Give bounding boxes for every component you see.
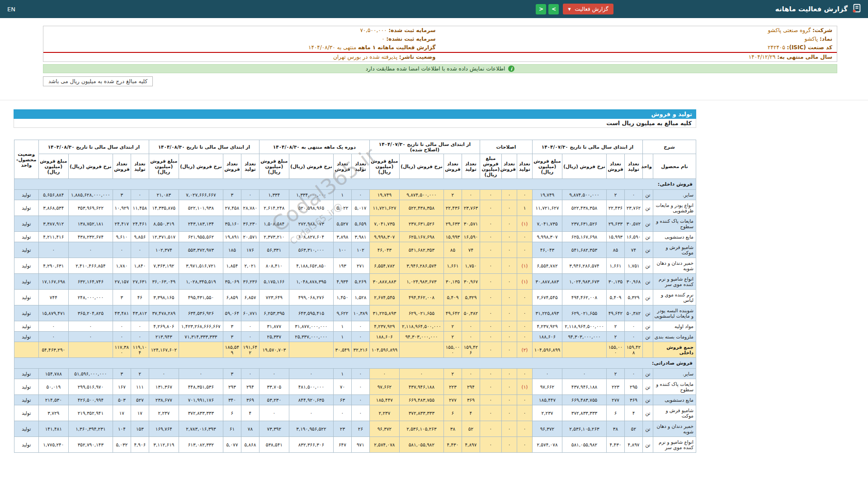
unit-cell: تن (643, 332, 653, 342)
value-cell: ۱ (333, 332, 351, 342)
value-cell: ۰ (532, 369, 562, 379)
value-cell: ۳۰,۸۸۷,۸۸۳ (532, 274, 562, 290)
value-cell: ۶۳ (333, 395, 351, 405)
value-cell: ۱۳۸,۷۵۲,۱۸۱ (68, 216, 113, 232)
value-cell: ۰ (480, 200, 501, 216)
value-cell: ۷,۰۴۱,۷۳۵ (532, 216, 562, 232)
value-cell: ۱,۷۷۵,۲۴۰ (38, 437, 68, 453)
product-name: خمیر دندان و دهان شویه (653, 258, 696, 274)
value-cell: ۲ (607, 190, 625, 200)
unit-cell: تن (643, 258, 653, 274)
value-cell: ۱,۵۲۸ (351, 290, 369, 305)
company-info-panel: شرکت: گروه صنعتی پاکشو سرمایه ثبت شده: ۷… (43, 26, 837, 62)
value-cell: ۲ (443, 321, 462, 332)
value-cell: ۰ (501, 258, 517, 274)
value-cell: ۰ (351, 332, 369, 342)
value-cell: ۶۲۹,۰۲۱,۶۵۵ (399, 305, 443, 321)
sub-column-header: نام محصول (653, 154, 696, 179)
value-cell: ۲,۱۱۸,۹۶۴,۵۰۰,۰۰۰ (399, 321, 443, 332)
unit-cell: تن (643, 369, 653, 379)
unregistered-capital-field: سرمایه ثبت نشده: ۰ (43, 35, 440, 43)
value-cell: ۱,۳۳۴ (259, 190, 289, 200)
value-cell: ۶۶۹,۴۸۳,۷۵۵ (562, 395, 607, 405)
value-cell: ۳۰,۵۷۱ (462, 216, 480, 232)
info-row: کد صنعت (ISIC): ۲۴۲۴۰۵ گزارش فعالیت ماها… (43, 43, 837, 52)
status-cell: تولید (14, 395, 38, 405)
value-cell: ۱,۳۳۴,۰۰۰,۰۰۰ (289, 190, 333, 200)
value-cell: ۹,۹۹۸,۳۰۷ (532, 232, 562, 242)
sub-column-header: تعداد تولید (131, 154, 149, 179)
value-cell: ۳,۳۹۸,۱۶۵ (149, 290, 179, 305)
value-cell: ۳,۱۱۲,۶۱۹ (149, 437, 179, 453)
next-period-button[interactable]: > (536, 4, 546, 14)
value-cell: ۹۷,۶۶۲ (369, 379, 399, 395)
language-toggle[interactable]: EN (0, 6, 23, 13)
report-type-dropdown[interactable]: گزارش فعالیت ▼ (563, 4, 613, 14)
status-cell: تولید (14, 437, 38, 453)
period-group-header: دوره یک ماهه منتهی به ۱۴۰۴/۰۸/۳۰ (259, 140, 369, 154)
value-cell: ۱,۰۲۸,۳۴۵,۵۱۹ (179, 274, 223, 290)
value-cell: ۱۸۸,۶۰۶ (532, 332, 562, 342)
value-cell: ۱۶,۵۹۰ (625, 232, 643, 242)
value-cell: ۱۱,۴۵۸ (131, 200, 149, 216)
value-cell: ۷۴۴ (38, 290, 68, 305)
value-cell: ۰ (241, 369, 259, 379)
value-cell: ۲,۶۷۴,۵۴۵ (532, 290, 562, 305)
value-cell: ۴,۸۹۷ (625, 437, 643, 453)
value-cell: ۳۰,۵۴۹ (333, 342, 351, 358)
sub-column-header: نرخ فروش (ریال) (179, 154, 223, 179)
value-cell: ۲۱۴,۵۳۰ (38, 395, 68, 405)
value-cell: ۰ (501, 190, 517, 200)
value-cell: ۰ (480, 437, 501, 453)
value-cell: ۰ (241, 332, 259, 342)
value-cell: ۷۴ (462, 242, 480, 258)
value-cell: ۵۴,۴۶۳,۲۹۰ (38, 342, 68, 358)
section-label: فروش صادراتی: (14, 358, 696, 369)
unit-cell: تن (643, 242, 653, 258)
status-cell: تولید (14, 258, 38, 274)
value-cell: ۷,۰۴۱,۷۳۵ (369, 216, 399, 232)
table-row: مواد اولیهتن۰۲۲,۱۱۸,۹۶۴,۵۰۰,۰۰۰۴,۲۳۷,۹۲۹… (14, 321, 696, 332)
sub-column-header: تعداد فروش (443, 154, 462, 179)
period-group-header: از ابتدای سال مالی تا تاریخ ۱۴۰۴/۰۷/۳۰ (532, 140, 642, 154)
value-cell: ۰ (517, 369, 532, 379)
status-cell: تولید (14, 321, 38, 332)
value-cell: ۱,۷۸۰ (113, 258, 131, 274)
value-cell: ۷,۰۲۷,۶۶۶,۶۶۷ (179, 190, 223, 200)
value-cell: ۱۵۵,۰۰۰ (607, 342, 625, 358)
sub-column-header: مبلغ فروش (میلیون ریال) (38, 154, 68, 179)
value-cell: ۲۷,۶۳۱ (131, 274, 149, 290)
value-cell: ۱۹,۷۴۹ (532, 190, 562, 200)
value-cell: ۴۳,۴۸۱ (113, 305, 131, 321)
value-cell (289, 342, 333, 358)
value-cell: ۱۶۹,۷۶۴ (149, 421, 179, 437)
value-cell: ۱۰۲,۳۷۴ (149, 242, 179, 258)
status-cell: تولید (14, 232, 38, 242)
status-cell (14, 342, 38, 358)
value-cell: ۰ (517, 321, 532, 332)
value-cell: ۵۱,۵۹۶,۰۰۰,۰۰۰ (68, 369, 113, 379)
value-cell: ۲۳,۷۶۲ (625, 200, 643, 216)
unit-cell: تن (643, 405, 653, 421)
value-cell: ۳,۸۶۸,۵۳۴ (38, 200, 68, 216)
value-cell: ۰ (462, 369, 480, 379)
product-name: انواع شامپو و نرم کننده موی سر (653, 437, 696, 453)
value-cell: ۵۳۸,۵۴۱ (259, 437, 289, 453)
status-cell: تولید (14, 332, 38, 342)
value-cell: ۶ (443, 405, 462, 421)
value-cell: ۰ (131, 332, 149, 342)
value-cell: ۶,۲۵۳,۳۹۵ (259, 305, 289, 321)
value-cell: ۴,۴۳۰ (443, 437, 462, 453)
value-cell: ۴۳۷,۹۴۶,۱۸۸ (399, 379, 443, 395)
value-cell: ۰ (131, 242, 149, 258)
value-cell: ۰ (480, 258, 501, 274)
value-cell: ۱۹,۸۹۱ (223, 232, 241, 242)
previous-period-button[interactable]: < (548, 4, 559, 14)
value-cell: ۰ (501, 379, 517, 395)
value-cell: ۰ (462, 321, 480, 332)
value-cell: ۹۶,۳۷۲ (532, 421, 562, 437)
value-cell: ۰ (480, 274, 501, 290)
value-cell: ۹,۸۵۶ (131, 232, 149, 242)
value-cell: ۲۳۷,۶۳۱,۵۲۶ (399, 216, 443, 232)
value-cell: ۵,۲۶۹ (351, 274, 369, 290)
